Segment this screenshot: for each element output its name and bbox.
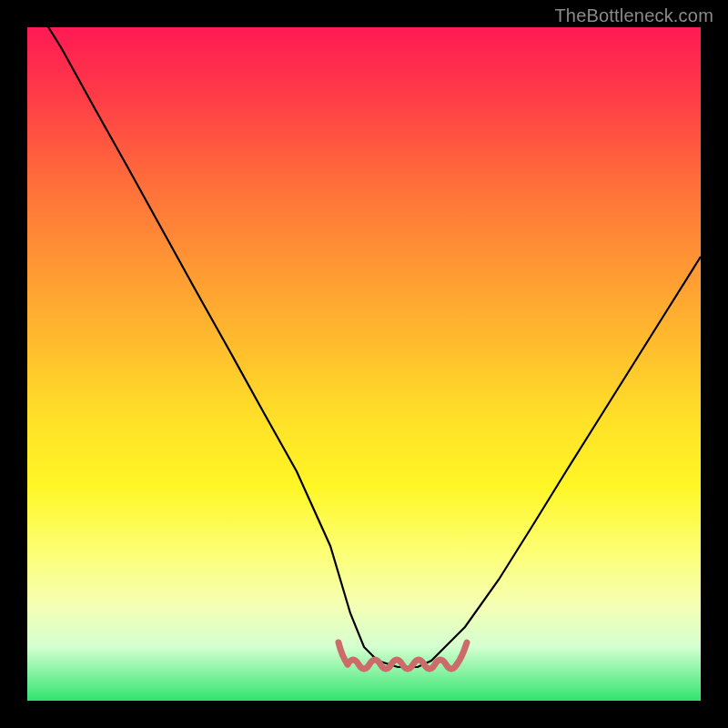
- flat-region-right-tail: [457, 642, 467, 664]
- curve-layer: [27, 27, 701, 701]
- watermark-text: TheBottleneck.com: [554, 5, 713, 26]
- flat-region-marker: [348, 660, 457, 669]
- chart-frame: TheBottleneck.com: [0, 0, 728, 728]
- plot-area: [27, 27, 701, 701]
- bottleneck-curve: [27, 27, 701, 667]
- flat-region-left-tail: [339, 642, 348, 664]
